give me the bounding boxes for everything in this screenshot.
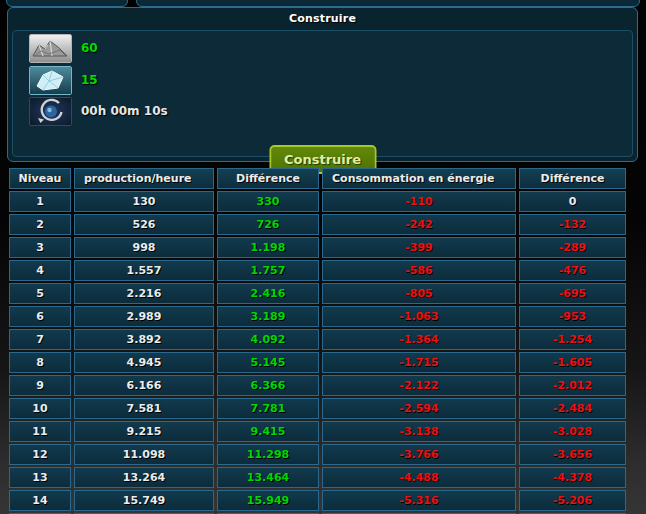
table-cell: 13.464 — [217, 467, 319, 488]
table-cell: -1.364 — [322, 329, 516, 350]
table-row: 1313.26413.464-4.488-4.378 — [9, 467, 626, 488]
table-row: 1211.09811.298-3.766-3.656 — [9, 444, 626, 465]
table-cell: 1.198 — [217, 237, 319, 258]
table-cell: 15.949 — [217, 490, 319, 511]
header-difference-production: Différence — [217, 168, 319, 189]
table-row: 41.5571.757-586-476 — [9, 260, 626, 281]
table-cell: 3 — [9, 237, 71, 258]
table-cell: 11.098 — [74, 444, 214, 465]
header-difference-energie: Différence — [519, 168, 626, 189]
table-cell: -3.138 — [322, 421, 516, 442]
panel-body: 60 15 00h 00m 10s — [12, 30, 633, 157]
table-cell: 7.781 — [217, 398, 319, 419]
table-cell: 11 — [9, 421, 71, 442]
table-cell: -132 — [519, 214, 626, 235]
table-cell: -399 — [322, 237, 516, 258]
table-cell: 15.749 — [74, 490, 214, 511]
table-row: 107.5817.781-2.594-2.484 — [9, 398, 626, 419]
table-cell: 9 — [9, 375, 71, 396]
table-cell: 13 — [9, 467, 71, 488]
panel-title: Construire — [8, 8, 637, 25]
table-cell: 13.264 — [74, 467, 214, 488]
crystal-cost-value: 15 — [81, 73, 98, 87]
table-row: 1415.74915.949-5.316-5.206 — [9, 490, 626, 511]
table-header-row: Niveau production/heure Différence Conso… — [9, 168, 626, 189]
table-cell: -5.316 — [322, 490, 516, 511]
table-cell: -110 — [322, 191, 516, 212]
production-table: Niveau production/heure Différence Conso… — [6, 166, 629, 514]
table-cell: 330 — [217, 191, 319, 212]
table-cell: 2.216 — [74, 283, 214, 304]
build-time-row: 00h 00m 10s — [29, 97, 168, 125]
table-row: 1130330-1100 — [9, 191, 626, 212]
table-cell: 6.166 — [74, 375, 214, 396]
table-cell: 9.415 — [217, 421, 319, 442]
table-cell: -586 — [322, 260, 516, 281]
table-row: 84.9455.145-1.715-1.605 — [9, 352, 626, 373]
table-row: 96.1666.366-2.122-2.012 — [9, 375, 626, 396]
table-cell: 3.189 — [217, 306, 319, 327]
table-cell: -3.656 — [519, 444, 626, 465]
table-cell: 998 — [74, 237, 214, 258]
table-cell: 8 — [9, 352, 71, 373]
table-cell: 0 — [519, 191, 626, 212]
metal-icon — [29, 34, 72, 63]
table-cell: -1.063 — [322, 306, 516, 327]
table-cell: 1 — [9, 191, 71, 212]
table-cell: 2 — [9, 214, 71, 235]
build-time-value: 00h 00m 10s — [81, 104, 168, 118]
table-cell: 5 — [9, 283, 71, 304]
table-cell: -5.206 — [519, 490, 626, 511]
table-cell: 4.945 — [74, 352, 214, 373]
table-cell: 726 — [217, 214, 319, 235]
crystal-icon — [29, 66, 72, 95]
table-cell: 10 — [9, 398, 71, 419]
table-row: 73.8924.092-1.364-1.254 — [9, 329, 626, 350]
header-production: production/heure — [74, 168, 214, 189]
table-cell: 3.892 — [74, 329, 214, 350]
table-cell: -476 — [519, 260, 626, 281]
metal-cost-row: 60 — [29, 34, 98, 62]
table-cell: -2.122 — [322, 375, 516, 396]
table-row: 2526726-242-132 — [9, 214, 626, 235]
table-cell: 6 — [9, 306, 71, 327]
table-cell: 9.215 — [74, 421, 214, 442]
table-cell: -289 — [519, 237, 626, 258]
table-cell: -1.605 — [519, 352, 626, 373]
table-cell: -3.766 — [322, 444, 516, 465]
table-cell: -805 — [322, 283, 516, 304]
table-row: 52.2162.416-805-695 — [9, 283, 626, 304]
table-cell: -2.012 — [519, 375, 626, 396]
table-cell: 4.092 — [217, 329, 319, 350]
table-cell: 1.557 — [74, 260, 214, 281]
table-cell: -1.715 — [322, 352, 516, 373]
table-cell: 7 — [9, 329, 71, 350]
table-cell: 5.145 — [217, 352, 319, 373]
table-cell: 14 — [9, 490, 71, 511]
table-cell: 2.416 — [217, 283, 319, 304]
table-cell: 4 — [9, 260, 71, 281]
table-cell: -2.484 — [519, 398, 626, 419]
table-row: 119.2159.415-3.138-3.028 — [9, 421, 626, 442]
header-consommation: Consommation en énergie — [322, 168, 516, 189]
table-cell: -695 — [519, 283, 626, 304]
time-icon — [29, 97, 72, 126]
table-cell: -3.028 — [519, 421, 626, 442]
crystal-cost-row: 15 — [29, 66, 98, 94]
table-cell: -2.594 — [322, 398, 516, 419]
top-panel-stub-right — [136, 0, 640, 7]
production-table-body: 1130330-11002526726-242-13239981.198-399… — [9, 191, 626, 514]
table-cell: 130 — [74, 191, 214, 212]
table-cell: -4.378 — [519, 467, 626, 488]
construire-panel: Construire 60 15 — [7, 7, 638, 162]
table-cell: 2.989 — [74, 306, 214, 327]
header-niveau: Niveau — [9, 168, 71, 189]
table-row: 62.9893.189-1.063-953 — [9, 306, 626, 327]
table-cell: -953 — [519, 306, 626, 327]
table-cell: 526 — [74, 214, 214, 235]
table-cell: 11.298 — [217, 444, 319, 465]
table-cell: 6.366 — [217, 375, 319, 396]
table-cell: 7.581 — [74, 398, 214, 419]
table-cell: -1.254 — [519, 329, 626, 350]
table-cell: -242 — [322, 214, 516, 235]
